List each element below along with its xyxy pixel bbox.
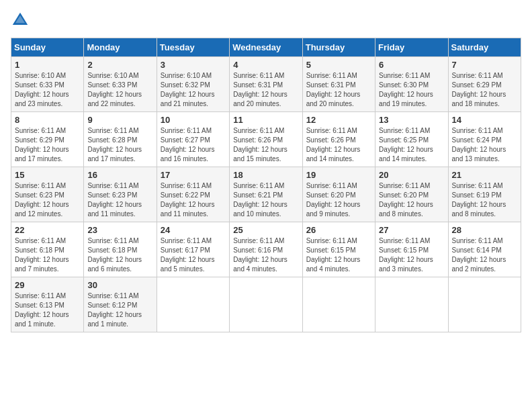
cell-info: Sunrise: 6:11 AMSunset: 6:15 PMDaylight:… xyxy=(306,237,361,273)
header-sunday: Sunday xyxy=(11,38,84,57)
calendar-cell: 5Sunrise: 6:11 AMSunset: 6:31 PMDaylight… xyxy=(302,57,375,112)
day-number: 29 xyxy=(15,280,80,290)
day-number: 15 xyxy=(15,170,80,180)
cell-info: Sunrise: 6:11 AMSunset: 6:14 PMDaylight:… xyxy=(452,237,506,273)
calendar-cell xyxy=(302,277,375,332)
calendar-cell: 6Sunrise: 6:11 AMSunset: 6:30 PMDaylight… xyxy=(375,57,448,112)
day-number: 17 xyxy=(161,170,226,180)
day-number: 13 xyxy=(379,115,444,125)
calendar-cell xyxy=(230,277,302,332)
day-number: 12 xyxy=(306,115,371,125)
header-thursday: Thursday xyxy=(302,38,375,57)
cell-info: Sunrise: 6:11 AMSunset: 6:16 PMDaylight:… xyxy=(233,237,287,273)
day-number: 24 xyxy=(161,225,226,235)
day-number: 6 xyxy=(379,60,444,70)
day-number: 7 xyxy=(452,60,517,70)
cell-info: Sunrise: 6:11 AMSunset: 6:23 PMDaylight:… xyxy=(15,182,69,218)
header-friday: Friday xyxy=(375,38,448,57)
calendar-cell: 22Sunrise: 6:11 AMSunset: 6:18 PMDayligh… xyxy=(11,222,84,277)
day-number: 28 xyxy=(452,225,517,235)
day-number: 14 xyxy=(452,115,517,125)
cell-info: Sunrise: 6:11 AMSunset: 6:12 PMDaylight:… xyxy=(87,292,142,328)
calendar-cell: 15Sunrise: 6:11 AMSunset: 6:23 PMDayligh… xyxy=(11,167,84,222)
calendar-cell: 4Sunrise: 6:11 AMSunset: 6:31 PMDaylight… xyxy=(230,57,302,112)
calendar-cell: 11Sunrise: 6:11 AMSunset: 6:26 PMDayligh… xyxy=(230,112,302,167)
calendar-cell xyxy=(157,277,229,332)
logo-icon xyxy=(11,11,30,30)
logo xyxy=(11,11,31,30)
week-row-1: 1Sunrise: 6:10 AMSunset: 6:33 PMDaylight… xyxy=(11,57,521,112)
calendar-cell: 24Sunrise: 6:11 AMSunset: 6:17 PMDayligh… xyxy=(157,222,229,277)
cell-info: Sunrise: 6:11 AMSunset: 6:27 PMDaylight:… xyxy=(161,127,215,163)
cell-info: Sunrise: 6:11 AMSunset: 6:29 PMDaylight:… xyxy=(452,72,506,107)
day-number: 1 xyxy=(15,60,80,70)
cell-info: Sunrise: 6:10 AMSunset: 6:33 PMDaylight:… xyxy=(87,72,142,107)
cell-info: Sunrise: 6:11 AMSunset: 6:21 PMDaylight:… xyxy=(233,182,287,218)
calendar-header-row: SundayMondayTuesdayWednesdayThursdayFrid… xyxy=(11,38,521,57)
cell-info: Sunrise: 6:11 AMSunset: 6:15 PMDaylight:… xyxy=(379,237,433,273)
header-wednesday: Wednesday xyxy=(230,38,302,57)
cell-info: Sunrise: 6:11 AMSunset: 6:30 PMDaylight:… xyxy=(379,72,433,107)
calendar-cell: 27Sunrise: 6:11 AMSunset: 6:15 PMDayligh… xyxy=(375,222,448,277)
calendar-cell: 26Sunrise: 6:11 AMSunset: 6:15 PMDayligh… xyxy=(302,222,375,277)
calendar-cell: 25Sunrise: 6:11 AMSunset: 6:16 PMDayligh… xyxy=(230,222,302,277)
day-number: 10 xyxy=(161,115,226,125)
day-number: 20 xyxy=(379,170,444,180)
calendar-cell: 14Sunrise: 6:11 AMSunset: 6:24 PMDayligh… xyxy=(448,112,521,167)
day-number: 25 xyxy=(233,225,298,235)
calendar-cell: 21Sunrise: 6:11 AMSunset: 6:19 PMDayligh… xyxy=(448,167,521,222)
day-number: 16 xyxy=(87,170,152,180)
calendar-cell: 8Sunrise: 6:11 AMSunset: 6:29 PMDaylight… xyxy=(11,112,84,167)
day-number: 3 xyxy=(161,60,226,70)
cell-info: Sunrise: 6:11 AMSunset: 6:25 PMDaylight:… xyxy=(379,127,433,163)
day-number: 23 xyxy=(87,225,152,235)
week-row-3: 15Sunrise: 6:11 AMSunset: 6:23 PMDayligh… xyxy=(11,167,521,222)
week-row-5: 29Sunrise: 6:11 AMSunset: 6:13 PMDayligh… xyxy=(11,277,521,332)
calendar-cell: 9Sunrise: 6:11 AMSunset: 6:28 PMDaylight… xyxy=(84,112,157,167)
cell-info: Sunrise: 6:11 AMSunset: 6:28 PMDaylight:… xyxy=(87,127,142,163)
header-saturday: Saturday xyxy=(448,38,521,57)
day-number: 5 xyxy=(306,60,371,70)
cell-info: Sunrise: 6:11 AMSunset: 6:22 PMDaylight:… xyxy=(161,182,215,218)
cell-info: Sunrise: 6:11 AMSunset: 6:17 PMDaylight:… xyxy=(161,237,215,273)
cell-info: Sunrise: 6:11 AMSunset: 6:29 PMDaylight:… xyxy=(15,127,69,163)
cell-info: Sunrise: 6:11 AMSunset: 6:31 PMDaylight:… xyxy=(233,72,287,107)
calendar-cell: 20Sunrise: 6:11 AMSunset: 6:20 PMDayligh… xyxy=(375,167,448,222)
day-number: 19 xyxy=(306,170,371,180)
calendar-cell: 18Sunrise: 6:11 AMSunset: 6:21 PMDayligh… xyxy=(230,167,302,222)
calendar-cell: 29Sunrise: 6:11 AMSunset: 6:13 PMDayligh… xyxy=(11,277,84,332)
header-monday: Monday xyxy=(84,38,157,57)
day-number: 26 xyxy=(306,225,371,235)
calendar-cell: 1Sunrise: 6:10 AMSunset: 6:33 PMDaylight… xyxy=(11,57,84,112)
calendar-cell: 12Sunrise: 6:11 AMSunset: 6:26 PMDayligh… xyxy=(302,112,375,167)
page-header xyxy=(11,11,521,30)
calendar-cell: 19Sunrise: 6:11 AMSunset: 6:20 PMDayligh… xyxy=(302,167,375,222)
calendar-cell: 17Sunrise: 6:11 AMSunset: 6:22 PMDayligh… xyxy=(157,167,229,222)
day-number: 22 xyxy=(15,225,80,235)
day-number: 11 xyxy=(233,115,298,125)
calendar-cell: 30Sunrise: 6:11 AMSunset: 6:12 PMDayligh… xyxy=(84,277,157,332)
calendar-cell: 3Sunrise: 6:10 AMSunset: 6:32 PMDaylight… xyxy=(157,57,229,112)
calendar-cell: 2Sunrise: 6:10 AMSunset: 6:33 PMDaylight… xyxy=(84,57,157,112)
day-number: 27 xyxy=(379,225,444,235)
cell-info: Sunrise: 6:10 AMSunset: 6:32 PMDaylight:… xyxy=(161,72,215,107)
calendar-cell xyxy=(375,277,448,332)
cell-info: Sunrise: 6:11 AMSunset: 6:23 PMDaylight:… xyxy=(87,182,142,218)
day-number: 9 xyxy=(87,115,152,125)
cell-info: Sunrise: 6:11 AMSunset: 6:13 PMDaylight:… xyxy=(15,292,69,328)
day-number: 30 xyxy=(87,280,152,290)
cell-info: Sunrise: 6:11 AMSunset: 6:20 PMDaylight:… xyxy=(379,182,433,218)
calendar-cell: 7Sunrise: 6:11 AMSunset: 6:29 PMDaylight… xyxy=(448,57,521,112)
day-number: 2 xyxy=(87,60,152,70)
day-number: 4 xyxy=(233,60,298,70)
cell-info: Sunrise: 6:11 AMSunset: 6:26 PMDaylight:… xyxy=(233,127,287,163)
cell-info: Sunrise: 6:11 AMSunset: 6:26 PMDaylight:… xyxy=(306,127,361,163)
cell-info: Sunrise: 6:11 AMSunset: 6:20 PMDaylight:… xyxy=(306,182,361,218)
calendar-cell: 10Sunrise: 6:11 AMSunset: 6:27 PMDayligh… xyxy=(157,112,229,167)
cell-info: Sunrise: 6:11 AMSunset: 6:19 PMDaylight:… xyxy=(452,182,506,218)
cell-info: Sunrise: 6:11 AMSunset: 6:24 PMDaylight:… xyxy=(452,127,506,163)
calendar-cell: 13Sunrise: 6:11 AMSunset: 6:25 PMDayligh… xyxy=(375,112,448,167)
week-row-2: 8Sunrise: 6:11 AMSunset: 6:29 PMDaylight… xyxy=(11,112,521,167)
cell-info: Sunrise: 6:10 AMSunset: 6:33 PMDaylight:… xyxy=(15,72,69,107)
cell-info: Sunrise: 6:11 AMSunset: 6:18 PMDaylight:… xyxy=(87,237,142,273)
